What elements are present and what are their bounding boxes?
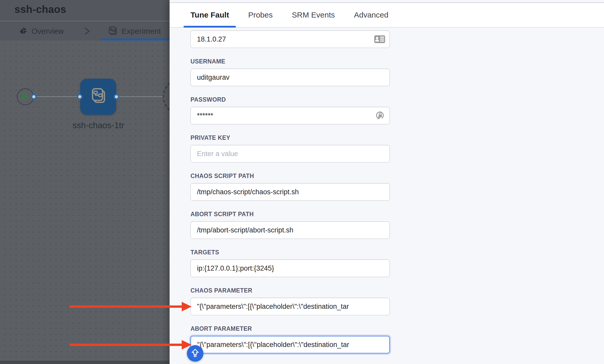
abort-script-path-input[interactable] (190, 221, 390, 239)
abort-parameter-label: ABORT PARAMETER (190, 325, 390, 332)
upload-action-button[interactable] (187, 345, 203, 362)
targets-input[interactable] (190, 260, 390, 277)
form-field-host (190, 30, 390, 48)
tab-probes[interactable]: Probes (241, 3, 280, 27)
upload-icon (190, 348, 200, 359)
tab-srm-events[interactable]: SRM Events (285, 3, 342, 27)
form-field-chaos-script-path: CHAOS SCRIPT PATH (190, 172, 390, 201)
abort-script-path-label: ABORT SCRIPT PATH (190, 211, 390, 218)
id-card-icon[interactable] (374, 35, 386, 44)
form-field-password: PASSWORD (190, 96, 390, 124)
form-field-username: USERNAME (190, 58, 390, 86)
private-key-input[interactable] (190, 145, 390, 163)
secret-lock-icon[interactable] (375, 110, 386, 121)
tune-fault-drawer: Tune Fault Probes SRM Events Advanced (170, 0, 604, 364)
tune-fault-form: USERNAME PASSWORD (170, 28, 604, 364)
tab-srm-events-label: SRM Events (292, 11, 335, 19)
abort-parameter-input[interactable] (190, 336, 390, 353)
form-field-chaos-parameter: CHAOS PARAMETER (190, 287, 390, 315)
tab-tune-fault-label: Tune Fault (190, 11, 229, 19)
chaos-parameter-label: CHAOS PARAMETER (190, 287, 390, 294)
targets-label: TARGETS (190, 249, 390, 256)
pipeline-studio-dimmed: ssh-chaos Overview (0, 0, 170, 364)
password-label: PASSWORD (190, 96, 390, 103)
tab-advanced[interactable]: Advanced (347, 3, 395, 27)
host-input[interactable] (190, 30, 390, 48)
username-label: USERNAME (190, 58, 390, 65)
form-field-abort-parameter: ABORT PARAMETER (190, 325, 390, 353)
tab-tune-fault[interactable]: Tune Fault (184, 3, 236, 27)
drawer-scrim-overlay (0, 0, 170, 364)
private-key-label: PRIVATE KEY (190, 134, 390, 141)
form-field-targets: TARGETS (190, 249, 390, 277)
drawer-tabbar: Tune Fault Probes SRM Events Advanced (170, 3, 604, 28)
app-window: ssh-chaos Overview (0, 0, 604, 364)
tab-probes-label: Probes (248, 11, 273, 19)
tab-advanced-label: Advanced (354, 11, 388, 19)
chaos-script-path-input[interactable] (190, 183, 390, 201)
username-input[interactable] (190, 69, 390, 86)
password-input[interactable] (190, 107, 390, 124)
chaos-parameter-input[interactable] (190, 298, 390, 315)
form-field-private-key: PRIVATE KEY (190, 134, 390, 163)
form-field-abort-script-path: ABORT SCRIPT PATH (190, 211, 390, 239)
chaos-script-path-label: CHAOS SCRIPT PATH (190, 172, 390, 180)
